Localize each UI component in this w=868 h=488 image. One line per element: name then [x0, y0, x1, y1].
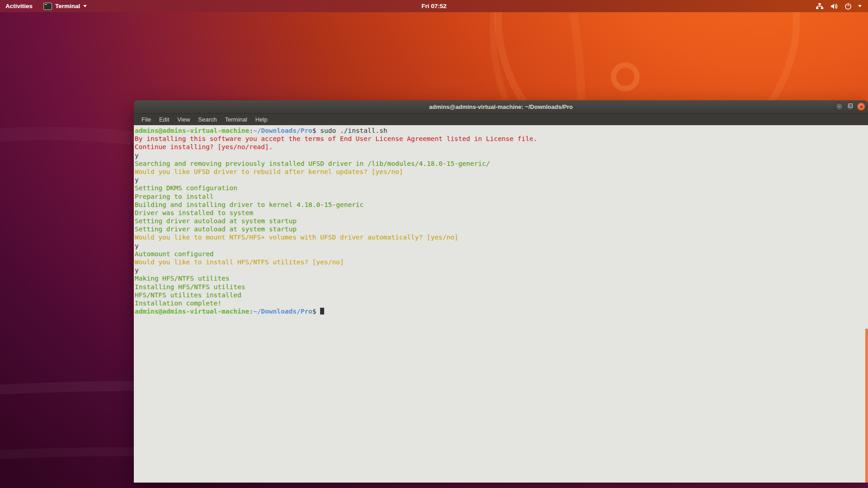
terminal-line: admins@admins-virtual-machine:~/Download…	[135, 307, 537, 315]
menu-item-terminal[interactable]: Terminal	[221, 114, 251, 125]
activities-button[interactable]: Activities	[0, 0, 38, 12]
terminal-line: Would you like to mount NTFS/HFS+ volume…	[135, 233, 537, 241]
terminal-line: y	[135, 242, 537, 250]
text-cursor	[320, 308, 324, 314]
menu-item-search[interactable]: Search	[194, 114, 221, 125]
top-bar: Activities Terminal Fri 07:52	[0, 0, 868, 12]
menu-item-edit[interactable]: Edit	[155, 114, 173, 125]
terminal-line: admins@admins-virtual-machine:~/Download…	[135, 127, 537, 135]
scrollbar-thumb[interactable]	[865, 328, 868, 483]
terminal-line: Continue installing? [yes/no/read].	[135, 143, 537, 151]
terminal-line: Setting DKMS configuration	[135, 184, 537, 192]
menu-item-view[interactable]: View	[173, 114, 194, 125]
network-icon	[816, 3, 824, 10]
activities-label: Activities	[5, 3, 33, 9]
terminal-line: Making HFS/NTFS utilites	[135, 274, 537, 282]
terminal-line: Setting driver autoload at system startu…	[135, 225, 537, 233]
terminal-line: Preparing to install	[135, 192, 537, 201]
terminal-line: Installing HFS/NTFS utilites	[135, 283, 537, 291]
window-title: admins@admins-virtual-machine: ~/Downloa…	[134, 100, 868, 113]
menu-item-file[interactable]: File	[137, 114, 155, 125]
clock[interactable]: Fri 07:52	[0, 3, 868, 9]
terminal-line: Would you like to install HFS/NTFS utili…	[135, 258, 537, 266]
volume-icon	[830, 3, 838, 10]
terminal-line: Searching and removing previously instal…	[135, 160, 537, 168]
terminal-line: Driver was installed to system	[135, 209, 537, 217]
terminal-line: HFS/NTFS utilites installed	[135, 291, 537, 299]
power-icon	[844, 3, 852, 10]
terminal-line: Automount configured	[135, 250, 537, 258]
maximize-icon	[849, 103, 853, 108]
terminal-line: y	[135, 266, 537, 274]
terminal-line: Setting driver autoload at system startu…	[135, 217, 537, 225]
terminal-line: By installing this software you accept t…	[135, 135, 537, 143]
terminal-line: Building and installing driver to kernel…	[135, 201, 537, 209]
terminal-line: y	[135, 176, 537, 184]
terminal-content[interactable]: admins@admins-virtual-machine:~/Download…	[134, 125, 868, 483]
chevron-down-icon	[83, 5, 87, 7]
terminal-line: Would you like UFSD driver to rebuild af…	[135, 168, 537, 176]
minimize-button[interactable]: −	[835, 103, 844, 111]
maximize-button[interactable]	[846, 103, 854, 111]
terminal-text: admins@admins-virtual-machine:~/Download…	[135, 127, 537, 315]
chevron-down-icon	[858, 5, 862, 7]
terminal-window: admins@admins-virtual-machine: ~/Downloa…	[134, 100, 868, 483]
system-status-area[interactable]	[812, 0, 865, 12]
menu-bar: FileEditViewSearchTerminalHelp	[134, 114, 868, 125]
close-button[interactable]: ×	[857, 103, 865, 111]
window-titlebar[interactable]: admins@admins-virtual-machine: ~/Downloa…	[134, 100, 868, 114]
app-menu[interactable]: Terminal	[38, 0, 92, 12]
terminal-app-icon	[43, 3, 52, 10]
terminal-line: y	[135, 151, 537, 160]
terminal-line: Installation complete!	[135, 299, 537, 307]
menu-item-help[interactable]: Help	[251, 114, 272, 125]
app-menu-label: Terminal	[55, 3, 80, 9]
window-controls: − ×	[835, 103, 865, 111]
